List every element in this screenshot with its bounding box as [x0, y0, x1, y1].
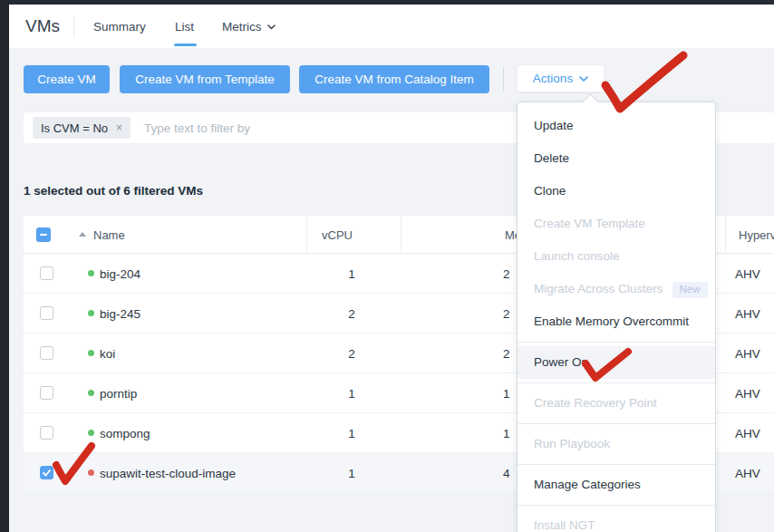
- vm-vcpu: 1: [306, 427, 397, 440]
- sort-ascending-icon[interactable]: [79, 232, 86, 237]
- menu-item-manage-categories[interactable]: Manage Categories: [518, 469, 715, 501]
- menu-divider: [518, 423, 715, 424]
- menu-divider: [518, 505, 715, 506]
- menu-item-label: Migrate Across Clusters: [534, 282, 663, 295]
- power-status-dot: [88, 430, 94, 436]
- power-status-dot: [88, 310, 94, 316]
- tab-metrics[interactable]: Metrics: [222, 20, 276, 34]
- title-divider: [73, 16, 74, 37]
- menu-divider: [518, 464, 715, 465]
- remove-filter-icon[interactable]: ×: [116, 121, 122, 134]
- menu-item-label: Clone: [534, 184, 566, 198]
- active-tab-underline: [174, 44, 197, 46]
- menu-item-delete[interactable]: Delete: [518, 142, 715, 175]
- vm-vcpu: 1: [306, 267, 397, 281]
- app-header: VMs Summary List Metrics: [9, 5, 774, 48]
- vm-vcpu: 1: [306, 387, 397, 401]
- vm-vcpu: 2: [306, 347, 397, 361]
- menu-item-update[interactable]: Update: [518, 110, 715, 142]
- tab-list[interactable]: List: [175, 20, 194, 34]
- column-header-vcpu[interactable]: vCPU: [322, 228, 353, 242]
- selection-status-text: 1 selected out of 6 filtered VMs: [24, 184, 203, 198]
- menu-item-launch-console: Launch console: [518, 240, 715, 273]
- vm-name[interactable]: sompong: [100, 427, 150, 440]
- menu-item-label: Launch console: [534, 249, 620, 263]
- power-status-dot: [88, 350, 94, 356]
- menu-divider: [518, 382, 715, 383]
- menu-item-create-recovery-point: Create Recovery Point: [518, 387, 715, 420]
- check-icon: [43, 469, 51, 477]
- vm-hypervisor: AHV: [735, 347, 760, 361]
- power-status-dot: [88, 390, 94, 396]
- menu-item-clone[interactable]: Clone: [518, 175, 715, 208]
- tab-summary[interactable]: Summary: [93, 20, 146, 34]
- vm-memory: 2: [503, 347, 510, 361]
- filter-input-placeholder: Type text to filter by: [144, 121, 250, 135]
- vm-hypervisor: AHV: [735, 267, 760, 281]
- vm-name[interactable]: koi: [100, 347, 115, 361]
- menu-item-enable-memory-overcommit[interactable]: Enable Memory Overcommit: [518, 305, 715, 338]
- menu-item-label: Enable Memory Overcommit: [534, 314, 689, 328]
- vms-page: VMs Summary List Metrics Create VM Creat…: [0, 0, 774, 532]
- vm-memory: 4: [503, 467, 510, 480]
- column-header-name[interactable]: Name: [93, 228, 125, 242]
- row-checkbox[interactable]: [40, 346, 53, 360]
- vm-name[interactable]: big-204: [100, 267, 140, 281]
- create-vm-from-template-button[interactable]: Create VM from Template: [120, 65, 290, 93]
- menu-item-label: Manage Categories: [534, 478, 641, 491]
- filter-chip-is-cvm-no[interactable]: Is CVM = No ×: [33, 117, 131, 139]
- page-title: VMs: [25, 16, 60, 36]
- menu-item-label: Run Playbook: [534, 437, 610, 450]
- vm-vcpu: 2: [306, 307, 397, 321]
- vm-memory: 2: [503, 267, 510, 281]
- menu-item-label: Install NGT: [534, 518, 595, 532]
- row-checkbox[interactable]: [40, 266, 53, 280]
- menu-item-power-on[interactable]: Power On: [518, 346, 715, 379]
- menu-item-migrate-across-clusters: Migrate Across ClustersNew: [518, 273, 715, 305]
- menu-item-label: Create VM Template: [534, 217, 645, 230]
- row-checkbox[interactable]: [40, 306, 53, 320]
- vm-name[interactable]: supawit-test-cloud-image: [100, 467, 236, 480]
- menu-divider: [518, 342, 715, 343]
- menu-item-label: Delete: [534, 151, 569, 165]
- new-badge: New: [672, 282, 708, 298]
- menu-item-label: Update: [534, 119, 574, 132]
- vm-memory: 2: [503, 307, 510, 321]
- toolbar-divider: [503, 67, 504, 92]
- vm-hypervisor: AHV: [735, 387, 760, 401]
- menu-item-run-playbook: Run Playbook: [518, 428, 715, 460]
- actions-dropdown-button[interactable]: Actions: [517, 64, 605, 92]
- menu-item-create-vm-template: Create VM Template: [518, 208, 715, 240]
- actions-menu: UpdateDeleteCloneCreate VM TemplateLaunc…: [517, 102, 716, 532]
- vm-hypervisor: AHV: [735, 467, 760, 480]
- tab-metrics-label: Metrics: [222, 20, 262, 34]
- vm-hypervisor: AHV: [735, 427, 760, 440]
- vm-hypervisor: AHV: [735, 307, 760, 321]
- row-checkbox[interactable]: [40, 386, 53, 400]
- vm-vcpu: 1: [306, 467, 397, 480]
- filter-chip-label: Is CVM = No: [41, 121, 108, 135]
- create-vm-button[interactable]: Create VM: [24, 65, 110, 93]
- column-divider: [725, 216, 726, 254]
- vm-memory: 1: [503, 427, 510, 440]
- menu-item-label: Power On: [534, 355, 588, 369]
- vm-name[interactable]: big-245: [100, 307, 140, 321]
- power-status-dot: [88, 270, 94, 276]
- column-header-hypervisor[interactable]: Hyperv: [739, 228, 774, 242]
- menu-item-label: Create Recovery Point: [534, 396, 657, 410]
- power-status-dot: [88, 469, 94, 476]
- select-all-checkbox[interactable]: [36, 227, 51, 242]
- create-vm-from-catalog-item-button[interactable]: Create VM from Catalog Item: [299, 65, 489, 93]
- chevron-down-icon: [267, 24, 276, 30]
- vm-name[interactable]: porntip: [100, 387, 137, 401]
- row-checkbox[interactable]: [40, 466, 53, 479]
- vm-memory: 1: [503, 387, 510, 401]
- chevron-down-icon: [579, 76, 588, 82]
- row-checkbox[interactable]: [40, 426, 53, 440]
- left-edge-bar: [0, 0, 9, 532]
- indeterminate-dash-icon: [40, 234, 47, 236]
- actions-button-label: Actions: [533, 72, 573, 85]
- column-divider: [306, 216, 307, 254]
- column-divider: [401, 216, 402, 254]
- menu-item-install-ngt: Install NGT: [518, 509, 715, 532]
